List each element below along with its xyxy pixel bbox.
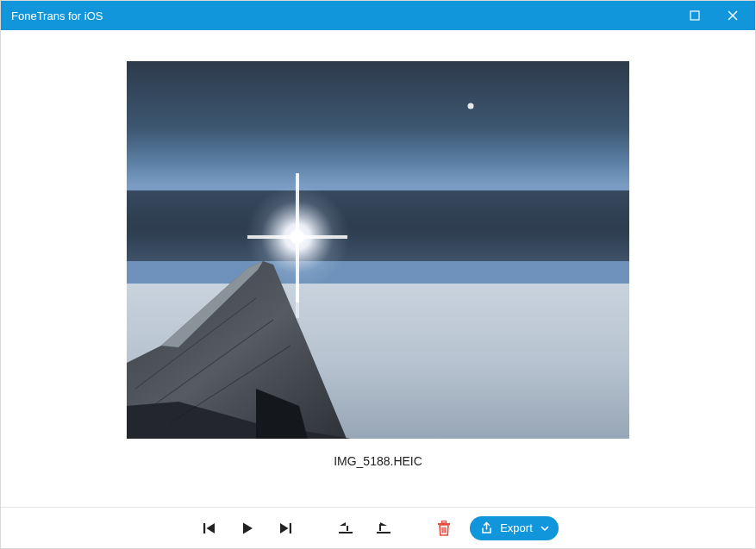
svg-marker-21 xyxy=(207,523,216,533)
close-button[interactable] xyxy=(714,1,752,30)
delete-button[interactable] xyxy=(432,516,456,540)
svg-rect-26 xyxy=(339,532,353,533)
image-filename: IMG_5188.HEIC xyxy=(334,454,422,468)
export-icon xyxy=(480,521,493,534)
photo-image xyxy=(127,61,629,439)
content-area: IMG_5188.HEIC xyxy=(1,30,755,507)
svg-rect-24 xyxy=(290,523,291,533)
rotate-left-icon xyxy=(337,521,354,536)
skip-previous-icon xyxy=(202,521,217,536)
last-button[interactable] xyxy=(273,516,297,540)
svg-rect-27 xyxy=(377,532,390,533)
skip-next-icon xyxy=(278,521,293,536)
first-button[interactable] xyxy=(197,516,222,540)
svg-marker-22 xyxy=(243,522,253,533)
titlebar: FoneTrans for iOS xyxy=(1,1,755,30)
export-button[interactable]: Export xyxy=(470,516,559,540)
close-icon xyxy=(727,9,739,22)
window-title: FoneTrans for iOS xyxy=(11,9,676,22)
svg-marker-23 xyxy=(280,523,289,533)
svg-rect-20 xyxy=(203,523,205,533)
trash-icon xyxy=(437,521,451,536)
rotate-right-button[interactable] xyxy=(372,516,396,540)
photo-preview[interactable] xyxy=(127,61,629,439)
svg-marker-28 xyxy=(380,522,387,526)
footer-toolbar: Export xyxy=(1,507,755,548)
play-icon xyxy=(240,521,255,536)
svg-point-12 xyxy=(468,103,474,109)
app-window: FoneTrans for iOS xyxy=(0,0,756,549)
rotate-left-button[interactable] xyxy=(334,516,358,540)
svg-rect-0 xyxy=(690,11,699,20)
export-label: Export xyxy=(500,521,533,534)
chevron-down-icon xyxy=(540,523,550,533)
play-button[interactable] xyxy=(235,516,259,540)
svg-rect-4 xyxy=(127,190,629,268)
svg-point-11 xyxy=(291,230,304,244)
maximize-button[interactable] xyxy=(676,1,714,30)
rotate-right-icon xyxy=(375,521,392,536)
svg-rect-30 xyxy=(442,521,447,523)
maximize-icon xyxy=(690,10,700,21)
svg-marker-25 xyxy=(340,522,346,526)
